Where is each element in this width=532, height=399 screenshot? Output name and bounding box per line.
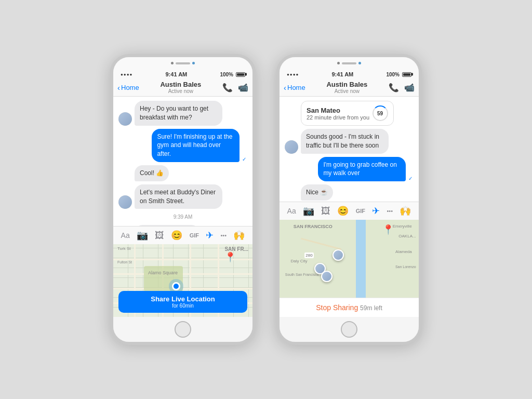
location-name: San Mateo — [307, 107, 369, 114]
home-button-left[interactable] — [175, 321, 191, 338]
contact-name-right[interactable]: Austin Bales — [326, 81, 367, 88]
phone-left-top — [113, 57, 252, 68]
sanlorenzo-label: San Lorenzo — [395, 265, 416, 269]
avatar-4 — [118, 195, 132, 209]
read-receipt-right: ✓ — [408, 176, 413, 181]
back-button-left[interactable]: ‹ Home — [117, 83, 139, 92]
sf-label: SAN FRANCISCO — [294, 224, 332, 229]
speaker-right — [342, 62, 356, 64]
bubble-r1: Sounds good - I'm stuck in traffic but I… — [301, 129, 389, 154]
map-label-alamo: Alamo Square — [148, 270, 178, 275]
camera-toolbar-icon-right[interactable]: 📷 — [303, 205, 314, 217]
camera-toolbar-icon-left[interactable]: 📷 — [137, 230, 148, 241]
photo-toolbar-icon-right[interactable]: 🖼 — [321, 206, 330, 217]
share-location-sub: for 60min — [123, 303, 243, 309]
active-status-left: Active now — [160, 88, 201, 94]
nav-center-right: Austin Bales Active now — [326, 81, 367, 94]
map-right: 280 SAN FRANCISCO Emeryville OAKLA... Al… — [280, 220, 419, 298]
more-toolbar-right[interactable]: ••• — [387, 208, 393, 214]
map-pin-right: 📍 — [382, 224, 394, 235]
hands-icon-left: 🙌 — [233, 230, 245, 241]
phone-right: ●●●● 9:41 AM 100% ‹ Home Austin Bales Ac… — [276, 54, 422, 345]
photo-toolbar-icon-left[interactable]: 🖼 — [155, 230, 164, 241]
msg-row-4: Let's meet at Buddy's Diner on Smith Str… — [118, 184, 247, 209]
back-label-right: Home — [287, 84, 305, 91]
timer-value: 59 — [377, 111, 383, 116]
bubble-2: Sure! I'm finishing up at the gym and wi… — [152, 129, 240, 162]
messages-right: San Mateo 22 minute drive from you 59 So… — [280, 97, 419, 202]
contact-name-left[interactable]: Austin Bales — [160, 81, 201, 88]
messages-left: Hey - Do you want to get breakfast with … — [113, 97, 252, 226]
emoji-toolbar-icon-right[interactable]: 😊 — [337, 205, 349, 217]
gif-toolbar-right[interactable]: GIF — [356, 208, 365, 214]
camera-left — [171, 62, 174, 64]
call-icon-right[interactable]: 📞 — [389, 83, 399, 92]
map-label-turk: Turk St — [117, 246, 130, 251]
call-icon-left[interactable]: 📞 — [222, 83, 233, 92]
toolbar-right: Aa 📷 🖼 😊 GIF ✈ ••• 🙌 — [280, 202, 419, 220]
avatar-1 — [118, 112, 132, 126]
map-pin-left: 📍 — [224, 251, 236, 263]
location-subtitle: 22 minute drive from you — [307, 114, 369, 121]
timer-circle: 59 — [373, 105, 388, 121]
toolbar-font-left[interactable]: Aa — [121, 231, 130, 240]
stop-sharing-time: 59m left — [360, 304, 382, 312]
bubble-r2: I'm going to grab coffee on my walk over — [318, 157, 406, 182]
camera-right — [192, 62, 195, 64]
msg-row-1: Hey - Do you want to get breakfast with … — [118, 101, 247, 126]
bubble-r3: Nice ☕ — [301, 184, 333, 201]
stop-sharing-button[interactable]: Stop Sharing 59m left — [280, 298, 419, 317]
battery-status-left: 100% — [220, 72, 245, 77]
road-label-280: 280 — [304, 252, 313, 258]
status-bar-left: ●●●● 9:41 AM 100% — [113, 68, 252, 78]
battery-pct-left: 100% — [220, 72, 233, 77]
oakland-label: OAKLA... — [398, 234, 416, 238]
map-avatar-pin-1 — [332, 249, 344, 261]
share-location-label: Share Live Location — [123, 295, 243, 303]
back-chevron-right: ‹ — [284, 83, 286, 92]
chat-area-left: Hey - Do you want to get breakfast with … — [113, 97, 252, 317]
speaker-left — [176, 62, 190, 64]
bubble-3: Cool! 👍 — [135, 165, 169, 181]
battery-pct-right: 100% — [386, 72, 400, 77]
time-left: 9:41 AM — [165, 71, 187, 77]
msg-row-r3: Nice ☕ — [285, 184, 414, 201]
share-location-button[interactable]: Share Live Location for 60min — [118, 291, 247, 313]
toolbar-font-right[interactable]: Aa — [287, 207, 296, 215]
location-card[interactable]: San Mateo 22 minute drive from you 59 — [301, 101, 394, 126]
nav-bar-right: ‹ Home Austin Bales Active now 📞 📹 — [280, 78, 419, 97]
msg-row-3: Cool! 👍 — [118, 165, 247, 181]
home-button-area-right — [280, 317, 419, 342]
more-toolbar-left[interactable]: ••• — [220, 232, 227, 238]
status-bar-right: ●●●● 9:41 AM 100% — [280, 68, 419, 78]
camera-right-left — [337, 62, 340, 64]
send-icon-left[interactable]: ✈ — [206, 230, 214, 241]
video-icon-left[interactable]: 📹 — [238, 83, 248, 92]
southsf-label: South San Francisco — [285, 273, 319, 276]
home-button-area-left — [113, 317, 252, 342]
nav-icons-right: 📞 📹 — [389, 83, 415, 92]
nav-bar-left: ‹ Home Austin Bales Active now 📞 📹 — [113, 78, 252, 97]
read-receipt-left: ✓ — [242, 156, 246, 162]
bubble-4: Let's meet at Buddy's Diner on Smith Str… — [135, 184, 222, 209]
phone-right-top — [280, 57, 419, 68]
camera-right-right — [358, 62, 361, 64]
back-label-left: Home — [121, 84, 139, 91]
back-chevron-left: ‹ — [117, 83, 120, 92]
back-button-right[interactable]: ‹ Home — [284, 83, 305, 92]
gif-toolbar-left[interactable]: GIF — [190, 232, 199, 238]
phone-left: ●●●● 9:41 AM 100% ‹ Home Austin Bales Ac… — [110, 54, 256, 345]
home-button-right[interactable] — [341, 321, 357, 338]
battery-icon-left — [236, 72, 245, 77]
emoji-toolbar-icon-left[interactable]: 😊 — [171, 230, 182, 241]
signal-left: ●●●● — [121, 72, 132, 77]
video-icon-right[interactable]: 📹 — [404, 83, 415, 92]
send-icon-right[interactable]: ✈ — [372, 205, 380, 217]
time-right: 9:41 AM — [331, 71, 353, 77]
toolbar-left: Aa 📷 🖼 😊 GIF ✈ ••• 🙌 — [113, 226, 252, 244]
active-status-right: Active now — [326, 88, 367, 94]
bubble-1: Hey - Do you want to get breakfast with … — [135, 101, 222, 126]
msg-row-r2: I'm going to grab coffee on my walk over… — [285, 157, 414, 182]
dalycity-label: Daly City — [290, 259, 307, 263]
avatar-r1 — [285, 140, 298, 154]
